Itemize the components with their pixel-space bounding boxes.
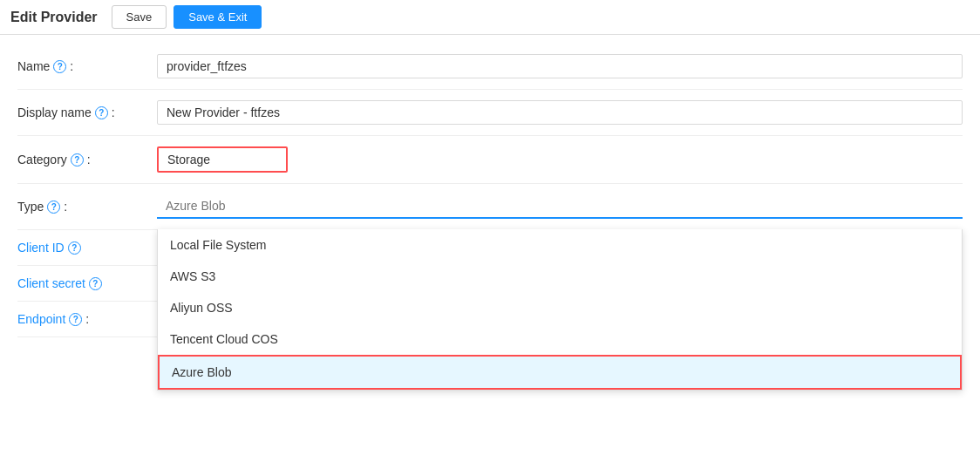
type-input[interactable] <box>157 194 963 219</box>
type-help-icon[interactable]: ? <box>47 201 60 214</box>
endpoint-label: Endpoint ? : <box>17 312 157 326</box>
name-label: Name ? : <box>17 59 157 73</box>
dropdown-item-aliyun-oss[interactable]: Aliyun OSS <box>158 292 962 323</box>
client-id-label-text: Client ID <box>17 241 65 255</box>
endpoint-label-text: Endpoint <box>17 312 65 326</box>
display-name-input[interactable] <box>157 100 963 125</box>
name-colon: : <box>70 59 73 73</box>
client-id-label: Client ID ? <box>17 241 157 255</box>
name-row: Name ? : <box>17 44 963 90</box>
display-name-label-text: Display name <box>17 105 92 119</box>
type-input-wrapper <box>157 194 963 219</box>
dropdown-item-local-file-system[interactable]: Local File System <box>158 229 962 261</box>
name-label-text: Name <box>17 59 50 73</box>
category-help-icon[interactable]: ? <box>71 153 84 167</box>
endpoint-help-icon[interactable]: ? <box>69 313 82 326</box>
dropdown-item-aws-s3[interactable]: AWS S3 <box>158 261 962 292</box>
client-secret-help-icon[interactable]: ? <box>89 277 102 290</box>
category-colon: : <box>87 153 91 167</box>
save-exit-button[interactable]: Save & Exit <box>174 5 262 29</box>
client-id-help-icon[interactable]: ? <box>68 241 81 255</box>
display-name-colon: : <box>112 105 115 119</box>
client-secret-label-text: Client secret <box>17 276 85 290</box>
toolbar: Edit Provider Save Save & Exit <box>0 0 980 35</box>
name-input[interactable] <box>157 54 963 78</box>
display-name-label: Display name ? : <box>17 105 157 119</box>
page-title: Edit Provider <box>10 10 98 25</box>
type-dropdown: Local File System AWS S3 Aliyun OSS Tenc… <box>157 229 963 391</box>
type-colon: : <box>64 200 67 214</box>
form-area: Name ? : Display name ? : Category ? : T… <box>0 35 980 346</box>
display-name-help-icon[interactable]: ? <box>95 106 108 119</box>
client-secret-label: Client secret ? <box>17 276 157 290</box>
category-label-text: Category <box>17 153 67 167</box>
type-label: Type ? : <box>17 200 157 214</box>
category-row: Category ? : <box>17 136 963 184</box>
type-row: Type ? : Local File System AWS S3 Aliyun… <box>17 184 963 230</box>
save-button[interactable]: Save <box>112 5 167 29</box>
display-name-row: Display name ? : <box>17 90 963 136</box>
category-input[interactable] <box>157 146 288 173</box>
type-label-text: Type <box>17 200 44 214</box>
dropdown-item-tencent-cloud-cos[interactable]: Tencent Cloud COS <box>158 323 962 355</box>
name-help-icon[interactable]: ? <box>53 60 66 73</box>
dropdown-item-azure-blob[interactable]: Azure Blob <box>158 355 962 390</box>
endpoint-colon: : <box>85 312 89 326</box>
category-label: Category ? : <box>17 153 157 167</box>
